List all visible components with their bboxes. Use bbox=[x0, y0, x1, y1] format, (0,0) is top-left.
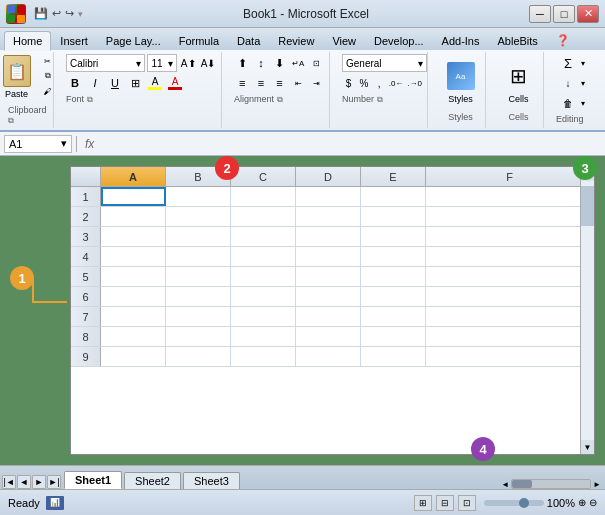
paste-button[interactable]: 📋 Paste bbox=[0, 54, 35, 100]
clear-button[interactable]: 🗑 bbox=[556, 94, 580, 112]
tab-review[interactable]: Review bbox=[269, 31, 323, 50]
cell-a1[interactable] bbox=[101, 187, 166, 206]
sheet-prev-button[interactable]: ◄ bbox=[17, 475, 31, 489]
col-header-c[interactable]: C bbox=[231, 167, 296, 186]
cell-a5[interactable] bbox=[101, 267, 166, 286]
decrease-font-button[interactable]: A⬇ bbox=[199, 54, 217, 72]
cell-a3[interactable] bbox=[101, 227, 166, 246]
cell-b8[interactable] bbox=[166, 327, 231, 346]
align-bottom-button[interactable]: ⬇ bbox=[271, 54, 288, 72]
align-right-button[interactable]: ≡ bbox=[271, 74, 288, 92]
fill-color-button[interactable]: A bbox=[146, 74, 164, 92]
sheet-tab-sheet2[interactable]: Sheet2 bbox=[124, 472, 181, 489]
cell-c7[interactable] bbox=[231, 307, 296, 326]
sheet-first-button[interactable]: |◄ bbox=[2, 475, 16, 489]
zoom-in-button[interactable]: ⊕ bbox=[578, 497, 586, 508]
close-button[interactable]: ✕ bbox=[577, 5, 599, 23]
align-middle-button[interactable]: ↕ bbox=[253, 54, 270, 72]
cell-c8[interactable] bbox=[231, 327, 296, 346]
italic-button[interactable]: I bbox=[86, 74, 104, 92]
copy-button[interactable]: ⧉ bbox=[37, 69, 59, 83]
number-format-dropdown[interactable]: General ▾ bbox=[342, 54, 427, 72]
cell-b2[interactable] bbox=[166, 207, 231, 226]
cell-c4[interactable] bbox=[231, 247, 296, 266]
autosum-button[interactable]: Σ bbox=[556, 54, 580, 72]
formula-input[interactable] bbox=[102, 135, 601, 153]
cell-e9[interactable] bbox=[361, 347, 426, 366]
sheet-tab-sheet3[interactable]: Sheet3 bbox=[183, 472, 240, 489]
row-header-7[interactable]: 7 bbox=[71, 307, 101, 326]
scroll-track[interactable] bbox=[581, 181, 594, 440]
clear-arrow[interactable]: ▾ bbox=[581, 99, 585, 108]
bold-button[interactable]: B bbox=[66, 74, 84, 92]
scroll-left-tab[interactable]: ◄ bbox=[501, 480, 509, 489]
font-color-button[interactable]: A bbox=[166, 74, 184, 92]
cell-a8[interactable] bbox=[101, 327, 166, 346]
corner-cell[interactable] bbox=[71, 167, 101, 186]
scroll-thumb[interactable] bbox=[581, 186, 594, 226]
comma-button[interactable]: , bbox=[372, 74, 385, 92]
cell-c1[interactable] bbox=[231, 187, 296, 206]
cell-f5[interactable] bbox=[426, 267, 594, 286]
cell-e5[interactable] bbox=[361, 267, 426, 286]
cell-f6[interactable] bbox=[426, 287, 594, 306]
tab-insert[interactable]: Insert bbox=[51, 31, 97, 50]
cell-c6[interactable] bbox=[231, 287, 296, 306]
tab-data[interactable]: Data bbox=[228, 31, 269, 50]
cell-d4[interactable] bbox=[296, 247, 361, 266]
quick-undo[interactable]: ↩ bbox=[52, 7, 61, 20]
vertical-scrollbar[interactable]: ▲ ▼ bbox=[580, 167, 594, 454]
cell-d9[interactable] bbox=[296, 347, 361, 366]
page-break-button[interactable]: ⊡ bbox=[458, 495, 476, 511]
cell-b7[interactable] bbox=[166, 307, 231, 326]
cell-f8[interactable] bbox=[426, 327, 594, 346]
cell-a4[interactable] bbox=[101, 247, 166, 266]
currency-button[interactable]: $ bbox=[342, 74, 355, 92]
fill-button[interactable]: ↓ bbox=[556, 74, 580, 92]
cell-d5[interactable] bbox=[296, 267, 361, 286]
normal-view-button[interactable]: ⊞ bbox=[414, 495, 432, 511]
font-name-dropdown[interactable]: Calibri ▾ bbox=[66, 54, 145, 72]
cell-b6[interactable] bbox=[166, 287, 231, 306]
row-header-3[interactable]: 3 bbox=[71, 227, 101, 246]
cut-button[interactable]: ✂ bbox=[37, 54, 59, 68]
increase-indent-button[interactable]: ⇥ bbox=[308, 74, 325, 92]
cell-c3[interactable] bbox=[231, 227, 296, 246]
sheet-next-button[interactable]: ► bbox=[32, 475, 46, 489]
maximize-button[interactable]: □ bbox=[553, 5, 575, 23]
tab-developer[interactable]: Develop... bbox=[365, 31, 433, 50]
underline-button[interactable]: U bbox=[106, 74, 124, 92]
tab-addins[interactable]: Add-Ins bbox=[433, 31, 489, 50]
zoom-thumb[interactable] bbox=[519, 498, 529, 508]
cell-e6[interactable] bbox=[361, 287, 426, 306]
sheet-last-button[interactable]: ►| bbox=[47, 475, 61, 489]
col-header-d[interactable]: D bbox=[296, 167, 361, 186]
tab-pagelayout[interactable]: Page Lay... bbox=[97, 31, 170, 50]
cell-d2[interactable] bbox=[296, 207, 361, 226]
cell-a2[interactable] bbox=[101, 207, 166, 226]
row-header-1[interactable]: 1 bbox=[71, 187, 101, 206]
col-header-e[interactable]: E bbox=[361, 167, 426, 186]
percent-button[interactable]: % bbox=[357, 74, 370, 92]
decrease-decimal-button[interactable]: .0← bbox=[388, 74, 405, 92]
fill-arrow[interactable]: ▾ bbox=[581, 79, 585, 88]
row-header-6[interactable]: 6 bbox=[71, 287, 101, 306]
tab-ablebits[interactable]: AbleBits bbox=[488, 31, 546, 50]
cell-d8[interactable] bbox=[296, 327, 361, 346]
cell-b3[interactable] bbox=[166, 227, 231, 246]
align-top-button[interactable]: ⬆ bbox=[234, 54, 251, 72]
merge-button[interactable]: ⊡ bbox=[308, 54, 325, 72]
cell-d6[interactable] bbox=[296, 287, 361, 306]
cell-f4[interactable] bbox=[426, 247, 594, 266]
zoom-slider[interactable] bbox=[484, 500, 544, 506]
cell-e4[interactable] bbox=[361, 247, 426, 266]
cell-f2[interactable] bbox=[426, 207, 594, 226]
page-layout-button[interactable]: ⊟ bbox=[436, 495, 454, 511]
quick-save[interactable]: 💾 bbox=[34, 7, 48, 20]
cell-b1[interactable] bbox=[166, 187, 231, 206]
minimize-button[interactable]: ─ bbox=[529, 5, 551, 23]
row-header-2[interactable]: 2 bbox=[71, 207, 101, 226]
zoom-out-button[interactable]: ⊖ bbox=[589, 497, 597, 508]
cell-ref-arrow[interactable]: ▾ bbox=[61, 137, 67, 150]
cell-b9[interactable] bbox=[166, 347, 231, 366]
